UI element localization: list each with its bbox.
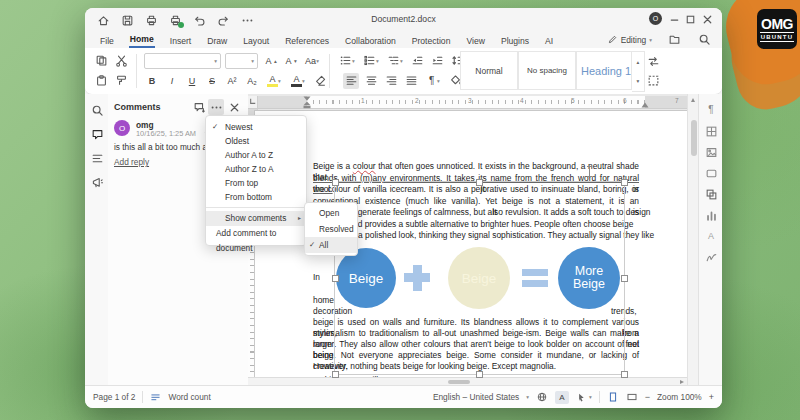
table-settings-button[interactable]	[703, 123, 719, 139]
align-center-button[interactable]	[363, 73, 379, 89]
change-case-button[interactable]: Aa▾	[302, 53, 322, 69]
bold-button[interactable]: B	[144, 73, 160, 89]
selection-handle[interactable]	[332, 179, 339, 186]
align-left-button[interactable]	[343, 73, 359, 89]
indent-marker-icon[interactable]	[303, 96, 311, 109]
headerfooter-settings-button[interactable]	[703, 165, 719, 181]
style-heading1[interactable]: Heading 1	[576, 51, 632, 90]
selection-handle[interactable]	[476, 371, 483, 378]
bullet-list-button[interactable]: ▾	[337, 53, 357, 69]
styles-gallery-scroll[interactable]: ▴ ▾	[632, 51, 645, 92]
increase-font-button[interactable]: A▴	[262, 53, 278, 69]
selection-handle[interactable]	[621, 275, 628, 282]
spellcheck-toggle[interactable]: A	[555, 391, 569, 404]
menu-item-author-az[interactable]: Author A to Z	[206, 148, 306, 162]
decrease-font-button[interactable]: A▾	[282, 53, 298, 69]
font-color-button[interactable]: A▾	[288, 73, 308, 89]
tab-plugins[interactable]: Plugins	[500, 33, 530, 48]
scroll-up-arrow-icon[interactable]	[691, 98, 695, 102]
decrease-indent-button[interactable]	[409, 53, 425, 69]
tab-view[interactable]: View	[465, 33, 485, 48]
language-selector[interactable]: English – United States	[433, 392, 519, 402]
strikethrough-button[interactable]: S	[204, 73, 220, 89]
replace-button[interactable]	[645, 53, 661, 69]
sidebar-navigation-button[interactable]	[89, 150, 105, 166]
minimize-button[interactable]	[666, 11, 682, 27]
italic-button[interactable]: I	[164, 73, 180, 89]
zoom-level[interactable]: Zoom 100%	[657, 392, 702, 402]
scroll-right-arrow-icon[interactable]	[680, 380, 684, 384]
selection-handle[interactable]	[332, 371, 339, 378]
superscript-button[interactable]: A²	[224, 73, 240, 89]
comments-sort-button[interactable]	[191, 99, 207, 115]
multilevel-list-button[interactable]: ▾	[385, 53, 405, 69]
tab-references[interactable]: References	[284, 33, 330, 48]
editing-mode-selector[interactable]: Editing ▾	[607, 34, 652, 48]
zoom-out-button[interactable]: −	[645, 392, 650, 402]
user-avatar[interactable]: O	[649, 12, 662, 25]
select-all-button[interactable]	[645, 72, 661, 88]
paragraph-settings-button[interactable]: ¶	[703, 102, 719, 118]
tab-draw[interactable]: Draw	[206, 33, 228, 48]
font-size-select[interactable]: ▾	[225, 53, 258, 69]
tab-selector[interactable]	[248, 96, 258, 109]
track-changes-button[interactable]: ▾	[576, 392, 592, 403]
tab-collaboration[interactable]: Collaboration	[344, 33, 397, 48]
cut-button[interactable]	[113, 53, 129, 69]
selection-handle[interactable]	[332, 275, 339, 282]
scrollbar-thumb[interactable]	[448, 380, 470, 384]
globe-icon[interactable]	[536, 391, 548, 403]
beige-circle-2[interactable]: Beige	[448, 247, 510, 309]
fit-width-icon[interactable]	[626, 391, 638, 403]
copy-button[interactable]	[93, 53, 109, 69]
sidebar-comments-button[interactable]	[89, 126, 105, 142]
style-no-spacing[interactable]: No spacing	[518, 51, 576, 90]
close-window-button[interactable]	[699, 11, 715, 27]
textart-settings-button[interactable]: A	[703, 228, 719, 244]
submenu-item-open[interactable]: Open	[305, 205, 357, 221]
menu-item-author-za[interactable]: Author Z to A	[206, 162, 306, 176]
align-right-button[interactable]	[383, 73, 399, 89]
selection-handle[interactable]	[476, 179, 483, 186]
submenu-item-resolved[interactable]: Resolved	[305, 221, 357, 237]
image-settings-button[interactable]	[703, 144, 719, 160]
tab-file[interactable]: File	[99, 33, 115, 48]
tab-ai[interactable]: AI	[544, 33, 554, 48]
tab-layout[interactable]: Layout	[242, 33, 270, 48]
add-reply-link[interactable]: Add reply	[114, 157, 149, 167]
clear-style-button[interactable]	[312, 73, 328, 89]
menu-item-from-bottom[interactable]: From bottom	[206, 190, 306, 204]
highlight-color-button[interactable]: A▾	[264, 73, 284, 89]
menu-item-add-comment[interactable]: Add comment to document	[206, 226, 306, 241]
copy-style-button[interactable]	[113, 73, 129, 89]
selection-handle[interactable]	[621, 179, 628, 186]
more-beige-circle[interactable]: More Beige	[558, 247, 620, 309]
fit-page-icon[interactable]	[607, 391, 619, 403]
word-count-label[interactable]: Word count	[168, 392, 210, 402]
beige-circle-1[interactable]: Beige	[336, 248, 396, 308]
scrollbar-thumb[interactable]	[691, 120, 697, 156]
menu-item-newest[interactable]: ✓Newest	[206, 120, 306, 134]
increase-indent-button[interactable]	[429, 53, 445, 69]
page-indicator[interactable]: Page 1 of 2	[93, 392, 135, 402]
menu-item-from-top[interactable]: From top	[206, 176, 306, 190]
selection-handle[interactable]	[621, 371, 628, 378]
paste-button[interactable]	[93, 73, 109, 89]
maximize-button[interactable]	[682, 11, 698, 27]
chart-settings-button[interactable]	[703, 207, 719, 223]
font-name-select[interactable]: ▾	[144, 53, 221, 69]
menu-item-oldest[interactable]: Oldest	[206, 134, 306, 148]
sidebar-feedback-button[interactable]	[89, 174, 105, 190]
underline-button[interactable]: U	[184, 73, 200, 89]
open-file-location-button[interactable]	[666, 31, 682, 47]
style-normal[interactable]: Normal	[460, 51, 518, 90]
submenu-item-all[interactable]: ✓All	[305, 237, 357, 253]
tab-protection[interactable]: Protection	[411, 33, 452, 48]
search-button[interactable]	[696, 31, 712, 47]
subscript-button[interactable]: A₂	[244, 73, 260, 89]
shape-settings-button[interactable]	[703, 186, 719, 202]
signature-settings-button[interactable]	[703, 249, 719, 265]
zoom-in-button[interactable]: +	[709, 392, 714, 402]
align-justify-button[interactable]	[403, 73, 419, 89]
menu-item-show-comments[interactable]: Show comments▸	[206, 211, 306, 226]
